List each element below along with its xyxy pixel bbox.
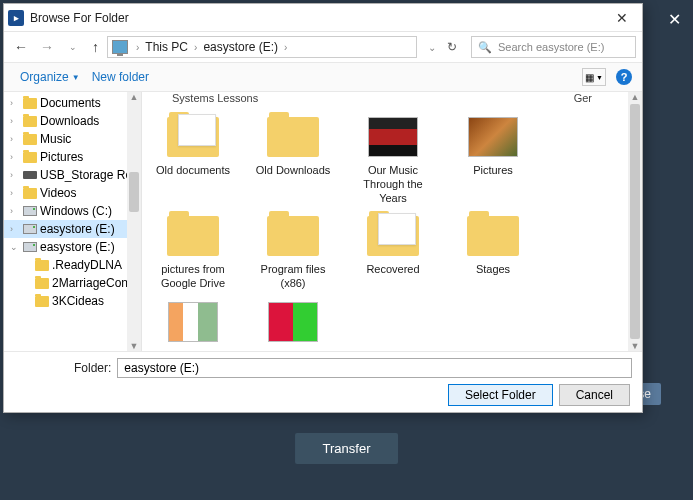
tree-item[interactable]: ›easystore (E:) [4, 220, 141, 238]
cancel-button[interactable]: Cancel [559, 384, 630, 406]
bg-transfer-button[interactable]: Transfer [295, 433, 399, 464]
navigation-bar: ← → ⌄ ↑ › This PC › easystore (E:) › ⌄ ↻… [4, 32, 642, 62]
tree-item-label: Videos [40, 186, 76, 200]
folder-label: Program files (x86) [252, 263, 334, 291]
expand-caret-icon[interactable]: › [10, 134, 20, 144]
drive-icon [23, 222, 37, 236]
view-options-button[interactable]: ▦▼ [582, 68, 606, 86]
app-icon: ▸ [8, 10, 24, 26]
folder-field-label: Folder: [14, 361, 111, 375]
help-icon[interactable]: ? [616, 69, 632, 85]
tree-scrollbar[interactable]: ▲ ▼ [127, 92, 141, 351]
breadcrumb-current[interactable]: easystore (E:) [203, 40, 278, 54]
browse-folder-dialog: ▸ Browse For Folder ✕ ← → ⌄ ↑ › This PC … [3, 3, 643, 413]
folder-icon [165, 299, 221, 345]
tree-item-label: Pictures [40, 150, 83, 164]
folder-item[interactable]: Old documents [152, 114, 234, 205]
folder-item[interactable]: Pictures [452, 114, 534, 205]
folder-path-input[interactable] [117, 358, 632, 378]
tree-item-label: Downloads [40, 114, 99, 128]
expand-caret-icon[interactable]: › [10, 152, 20, 162]
tree-item[interactable]: ›Windows (C:) [4, 202, 141, 220]
chevron-right-icon: › [280, 42, 291, 53]
expand-caret-icon[interactable]: ⌄ [10, 242, 20, 252]
new-folder-button[interactable]: New folder [86, 67, 155, 87]
drive-icon [23, 240, 37, 254]
folder-icon [265, 114, 321, 160]
search-input[interactable]: 🔍 Search easystore (E:) [471, 36, 636, 58]
window-title: Browse For Folder [30, 11, 606, 25]
expand-caret-icon[interactable]: › [10, 170, 20, 180]
content-area: ▲ ▼ ›Documents›Downloads›Music›Pictures›… [4, 92, 642, 351]
tree-item[interactable]: 3KCideas [4, 292, 141, 310]
tree-item[interactable]: .ReadyDLNA [4, 256, 141, 274]
breadcrumb-dropdown-icon[interactable]: ⌄ [421, 36, 443, 58]
chevron-right-icon: › [132, 42, 143, 53]
folder-label: This is us lessons [152, 349, 234, 351]
folder-item[interactable]: Our Music Through the Years [352, 114, 434, 205]
folder-icon [265, 299, 321, 345]
folder-item[interactable]: Recovered [352, 213, 434, 291]
folder-icon [165, 213, 221, 259]
scrollbar-thumb[interactable] [630, 104, 640, 339]
tree-item[interactable]: ›Videos [4, 184, 141, 202]
folder-item[interactable]: Tracey's stuff [252, 299, 334, 351]
folder-item[interactable]: This is us lessons [152, 299, 234, 351]
folder-item[interactable]: pictures from Google Drive [152, 213, 234, 291]
breadcrumb-root[interactable]: This PC [145, 40, 188, 54]
truncated-row: Systems Lessons Ger [152, 92, 632, 104]
folder-item[interactable]: Old Downloads [252, 114, 334, 205]
tree-item[interactable]: ›USB_Storage Re [4, 166, 141, 184]
folder-icon [35, 276, 49, 290]
tree-item[interactable]: ⌄easystore (E:) [4, 238, 141, 256]
folder-label: Our Music Through the Years [352, 164, 434, 205]
organize-menu[interactable]: Organize▼ [14, 67, 86, 87]
search-icon: 🔍 [478, 41, 492, 54]
folder-label: pictures from Google Drive [152, 263, 234, 291]
expand-caret-icon[interactable]: › [10, 206, 20, 216]
folder-icon [265, 213, 321, 259]
folder-tree[interactable]: ▲ ▼ ›Documents›Downloads›Music›Pictures›… [4, 92, 142, 351]
folder-icon [23, 132, 37, 146]
folder-label: Old Downloads [256, 164, 331, 178]
folder-item[interactable]: Stages [452, 213, 534, 291]
close-icon[interactable]: ✕ [606, 10, 638, 26]
folder-icon [23, 186, 37, 200]
pc-icon [112, 40, 128, 54]
tree-item[interactable]: ›Documents [4, 94, 141, 112]
forward-button: → [36, 36, 58, 58]
select-folder-button[interactable]: Select Folder [448, 384, 553, 406]
expand-caret-icon[interactable]: › [10, 116, 20, 126]
folder-icon [465, 114, 521, 160]
tree-item[interactable]: 2MarriageConfe [4, 274, 141, 292]
files-scrollbar[interactable]: ▲ ▼ [628, 92, 642, 351]
back-button[interactable]: ← [10, 36, 32, 58]
drive-icon [23, 204, 37, 218]
expand-caret-icon[interactable]: › [10, 224, 20, 234]
folder-icon [365, 114, 421, 160]
folder-label: Recovered [366, 263, 419, 277]
breadcrumb[interactable]: › This PC › easystore (E:) › [107, 36, 417, 58]
titlebar: ▸ Browse For Folder ✕ [4, 4, 642, 32]
tree-item-label: Music [40, 132, 71, 146]
recent-dropdown-icon[interactable]: ⌄ [62, 36, 84, 58]
scrollbar-thumb[interactable] [129, 172, 139, 212]
tree-item-label: .ReadyDLNA [52, 258, 122, 272]
tree-item[interactable]: ›Pictures [4, 148, 141, 166]
usb-icon [23, 168, 37, 182]
file-list[interactable]: Systems Lessons Ger Old documentsOld Dow… [142, 92, 642, 351]
dialog-footer: Folder: Select Folder Cancel [4, 351, 642, 412]
up-button[interactable]: ↑ [88, 39, 103, 55]
tree-item-label: USB_Storage Re [40, 168, 132, 182]
tree-item-label: Documents [40, 96, 101, 110]
expand-caret-icon[interactable]: › [10, 98, 20, 108]
expand-caret-icon[interactable]: › [10, 188, 20, 198]
tree-item[interactable]: ›Music [4, 130, 141, 148]
bg-close-icon[interactable]: ✕ [660, 5, 688, 33]
refresh-button[interactable]: ↻ [447, 40, 467, 54]
folder-item[interactable]: Program files (x86) [252, 213, 334, 291]
tree-item-label: 3KCideas [52, 294, 104, 308]
tree-item-label: easystore (E:) [40, 222, 115, 236]
folder-icon [365, 213, 421, 259]
tree-item[interactable]: ›Downloads [4, 112, 141, 130]
